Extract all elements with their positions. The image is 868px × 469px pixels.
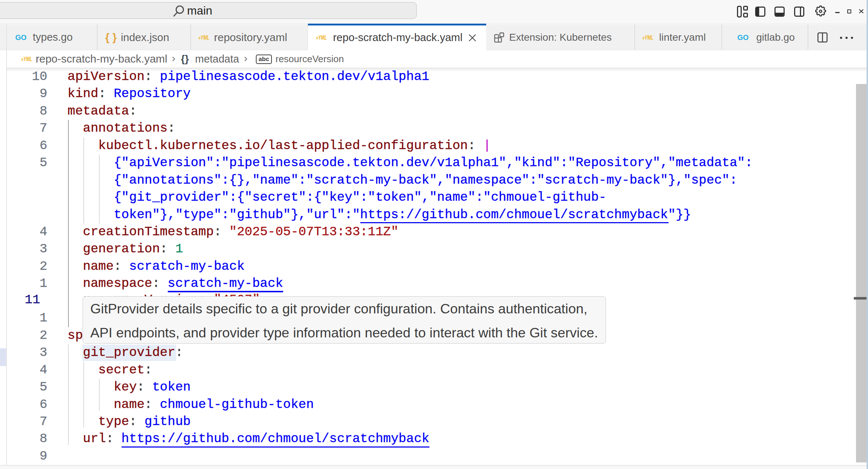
svg-text:»YML: »YML — [21, 56, 32, 62]
svg-text:»YML: »YML — [642, 35, 653, 41]
svg-text:»YML: »YML — [198, 35, 209, 41]
svg-text:GO: GO — [737, 34, 749, 41]
svg-text:GO: GO — [15, 34, 27, 41]
svg-text:»YML: »YML — [316, 35, 327, 41]
